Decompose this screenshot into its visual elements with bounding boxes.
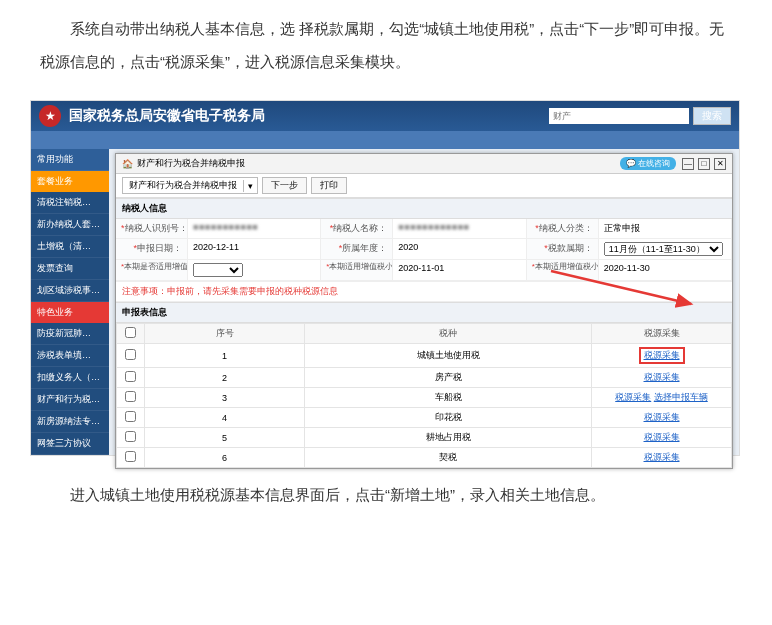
cell-source-collect: 税源采集 [592, 428, 732, 448]
section-taxpayer-info: 纳税人信息 [116, 198, 732, 219]
label-policy-start: 本期适用增值税小规模纳税人征收政策起始时间 [329, 262, 393, 271]
label-taxpayer-type: 纳税人分类： [539, 223, 593, 233]
cell-tax-type: 城镇土地使用税 [305, 344, 592, 368]
source-collect-link[interactable]: 税源采集 [644, 372, 680, 382]
cell-tax-type: 车船税 [305, 388, 592, 408]
section-declaration-info: 申报表信息 [116, 302, 732, 323]
modal-toolbar: 财产和行为税合并纳税申报 ▾ 下一步 打印 [116, 174, 732, 198]
row-checkbox[interactable] [125, 411, 136, 422]
col-seq: 序号 [145, 324, 305, 344]
tab-selector[interactable]: 财产和行为税合并纳税申报 ▾ [122, 177, 258, 194]
value-policy-start: 2020-11-01 [393, 260, 526, 281]
cell-source-collect: 税源采集 [592, 448, 732, 468]
value-report-date: 2020-12-11 [188, 239, 321, 260]
app-header: ★ 国家税务总局安徽省电子税务局 搜索 [31, 101, 739, 131]
source-collect-link[interactable]: 税源采集 [644, 452, 680, 462]
table-row: 6契税税源采集 [117, 448, 732, 468]
cell-tax-type: 印花税 [305, 408, 592, 428]
label-year: 所属年度： [342, 243, 387, 253]
row-checkbox[interactable] [125, 349, 136, 360]
next-step-button[interactable]: 下一步 [262, 177, 307, 194]
sidebar-item[interactable]: 清税注销税… [31, 192, 109, 214]
source-collect-link[interactable]: 税源采集 [639, 347, 685, 364]
chevron-down-icon[interactable]: ▾ [243, 180, 257, 192]
close-icon[interactable]: ✕ [714, 158, 726, 170]
sidebar-group-package[interactable]: 套餐业务 [31, 171, 109, 192]
row-checkbox[interactable] [125, 451, 136, 462]
source-collect-link[interactable]: 税源采集 [644, 432, 680, 442]
value-taxpayer-name: ■■■■■■■■■■■■ [398, 222, 469, 232]
search-input[interactable] [549, 108, 689, 124]
sub-nav-bar [31, 131, 739, 149]
value-year: 2020 [393, 239, 526, 260]
sidebar-item[interactable]: 财产和行为税… [31, 389, 109, 411]
cell-tax-type: 房产税 [305, 368, 592, 388]
value-small-scale-policy[interactable] [188, 260, 321, 281]
value-policy-end: 2020-11-30 [599, 260, 732, 281]
sidebar-item[interactable]: 防疫新冠肺… [31, 323, 109, 345]
select-all-checkbox[interactable] [125, 327, 136, 338]
cell-seq: 5 [145, 428, 305, 448]
modal-title: 财产和行为税合并纳税申报 [137, 157, 620, 170]
cell-source-collect: 税源采集 选择申报车辆 [592, 388, 732, 408]
minimize-icon[interactable]: — [682, 158, 694, 170]
label-policy-end: 本期适用增值税小规模纳税人征收政策终止时间 [535, 262, 599, 271]
value-taxpayer-id: ■■■■■■■■■■■ [193, 222, 258, 232]
row-checkbox[interactable] [125, 371, 136, 382]
table-row: 2房产税税源采集 [117, 368, 732, 388]
sidebar-item[interactable]: 划区域涉税事… [31, 280, 109, 302]
label-period: 税款属期： [548, 243, 593, 253]
app-body: 常用功能 套餐业务 清税注销税… 新办纳税人套… 土增税（清… 发票查询 划区域… [31, 149, 739, 455]
row-checkbox[interactable] [125, 431, 136, 442]
col-tax-type: 税种 [305, 324, 592, 344]
cell-source-collect: 税源采集 [592, 408, 732, 428]
declaration-table: 序号 税种 税源采集 1城镇土地使用税税源采集2房产税税源采集3车船税税源采集 … [116, 323, 732, 468]
cell-seq: 1 [145, 344, 305, 368]
label-taxpayer-name: 纳税人名称： [333, 223, 387, 233]
label-taxpayer-id: 纳税人识别号： [125, 223, 188, 233]
doc-paragraph-2: 进入城镇土地使用税税源基本信息界面后，点击“新增土地”，录入相关土地信息。 [0, 466, 772, 523]
header-search: 搜索 [549, 107, 731, 125]
source-collect-link[interactable]: 税源采集 [615, 392, 651, 402]
logo-icon: ★ [39, 105, 61, 127]
app-screenshot: ★ 国家税务总局安徽省电子税务局 搜索 常用功能 套餐业务 清税注销税… 新办纳… [30, 100, 740, 456]
col-source-collect: 税源采集 [592, 324, 732, 344]
cell-source-collect: 税源采集 [592, 368, 732, 388]
sidebar-item[interactable]: 涉税表单填… [31, 345, 109, 367]
search-button[interactable]: 搜索 [693, 107, 731, 125]
value-period[interactable]: 11月份（11-1至11-30） [599, 239, 732, 260]
print-button[interactable]: 打印 [311, 177, 347, 194]
cell-seq: 4 [145, 408, 305, 428]
cell-source-collect: 税源采集 [592, 344, 732, 368]
declaration-modal: 🏠 财产和行为税合并纳税申报 💬 在线咨询 — □ ✕ 财产和行为税合并纳税申报… [115, 153, 733, 469]
modal-titlebar: 🏠 财产和行为税合并纳税申报 💬 在线咨询 — □ ✕ [116, 154, 732, 174]
cell-seq: 2 [145, 368, 305, 388]
sidebar: 常用功能 套餐业务 清税注销税… 新办纳税人套… 土增税（清… 发票查询 划区域… [31, 149, 109, 455]
online-help-button[interactable]: 💬 在线咨询 [620, 157, 676, 170]
source-collect-link[interactable]: 税源采集 [644, 412, 680, 422]
sidebar-group-special[interactable]: 特色业务 [31, 302, 109, 323]
sidebar-item[interactable]: 网签三方协议 [31, 433, 109, 455]
tab-label: 财产和行为税合并纳税申报 [123, 178, 243, 193]
warning-note: 注意事项：申报前，请先采集需要申报的税种税源信息 [116, 282, 732, 302]
sidebar-item[interactable]: 扣缴义务人（… [31, 367, 109, 389]
sidebar-item[interactable]: 发票查询 [31, 258, 109, 280]
cell-tax-type: 契税 [305, 448, 592, 468]
table-row: 5耕地占用税税源采集 [117, 428, 732, 448]
sidebar-item[interactable]: 新办纳税人套… [31, 214, 109, 236]
cell-seq: 3 [145, 388, 305, 408]
label-small-scale-policy: 本期是否适用增值税小规模纳税人减征政策 [124, 262, 188, 271]
value-taxpayer-type: 正常申报 [599, 219, 732, 239]
sidebar-group-common[interactable]: 常用功能 [31, 149, 109, 171]
sidebar-item[interactable]: 新房源纳法专… [31, 411, 109, 433]
doc-paragraph-1: 系统自动带出纳税人基本信息，选 择税款属期，勾选“城镇土地使用税”，点击“下一步… [0, 0, 772, 90]
cell-seq: 6 [145, 448, 305, 468]
home-icon: 🏠 [122, 159, 133, 169]
sidebar-item[interactable]: 土增税（清… [31, 236, 109, 258]
maximize-icon[interactable]: □ [698, 158, 710, 170]
row-checkbox[interactable] [125, 391, 136, 402]
label-report-date: 申报日期： [137, 243, 182, 253]
app-title: 国家税务总局安徽省电子税务局 [69, 107, 549, 125]
source-collect-link[interactable]: 选择申报车辆 [654, 392, 708, 402]
cell-tax-type: 耕地占用税 [305, 428, 592, 448]
